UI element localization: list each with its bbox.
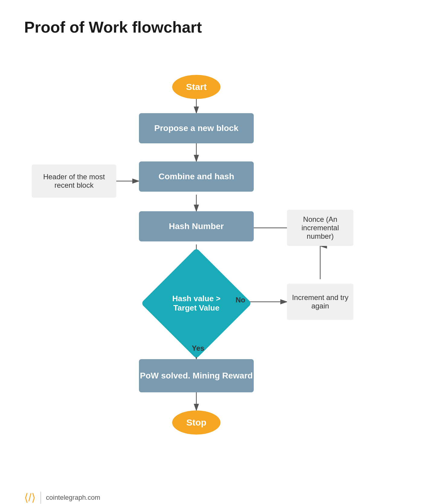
brand-icon: ⟨/⟩ xyxy=(24,491,36,504)
no-label: No xyxy=(236,296,245,304)
nonce-note: Nonce (An incremental number) xyxy=(287,210,353,246)
footer-site: cointelegraph.com xyxy=(46,494,100,502)
flowchart: Start Propose a new block Header of the … xyxy=(24,54,414,492)
propose-block-node: Propose a new block xyxy=(139,113,254,143)
hash-number-node: Hash Number xyxy=(139,211,254,241)
footer-divider xyxy=(40,492,41,504)
yes-label: Yes xyxy=(192,344,204,352)
start-node: Start xyxy=(172,75,221,99)
stop-node: Stop xyxy=(172,410,221,435)
decision-label: Hash value > Target Value xyxy=(163,294,230,313)
increment-note: Increment and try again xyxy=(287,284,353,320)
combine-hash-node: Combine and hash xyxy=(139,161,254,192)
footer: ⟨/⟩ cointelegraph.com xyxy=(24,491,100,504)
pow-solved-node: PoW solved. Mining Reward xyxy=(139,359,254,392)
header-note: Header of the most recent block xyxy=(32,164,116,198)
decision-node: Hash value > Target Value xyxy=(157,264,236,343)
page-title: Proof of Work flowchart xyxy=(24,18,414,36)
